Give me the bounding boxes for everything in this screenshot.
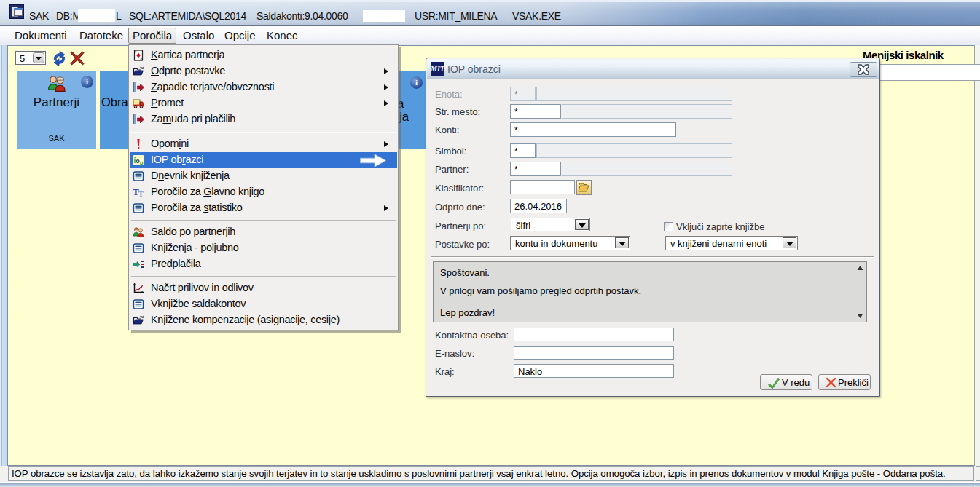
svg-text:o: o (136, 157, 140, 165)
svg-text:T: T (138, 190, 144, 198)
svg-text:p: p (140, 160, 143, 166)
